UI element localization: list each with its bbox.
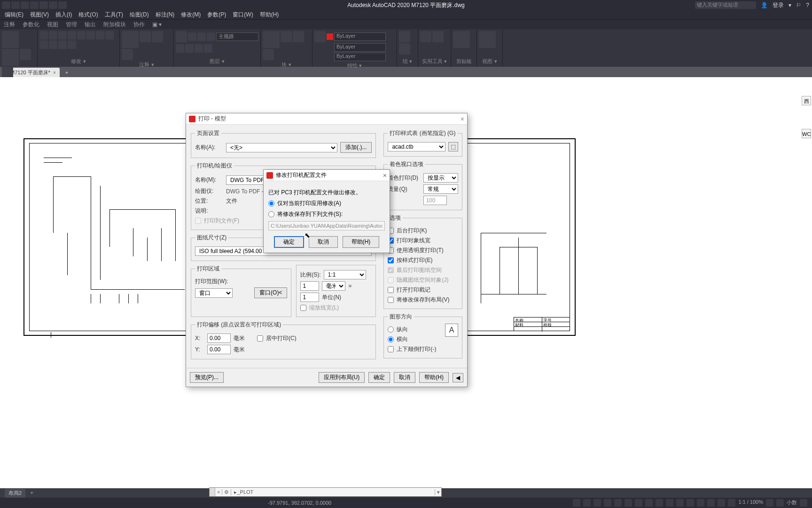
layer-lock-icon[interactable] xyxy=(207,32,215,41)
orient-upside-checkbox[interactable] xyxy=(388,346,394,352)
menu-view[interactable]: 视图(V) xyxy=(30,11,49,19)
offset-y-input[interactable] xyxy=(207,345,231,354)
login-link[interactable]: 登录 xyxy=(773,1,784,9)
model-icon[interactable] xyxy=(573,499,580,507)
attr-icon[interactable] xyxy=(263,49,274,60)
qat-new-icon[interactable] xyxy=(2,1,10,9)
cmdline-history-icon[interactable]: ⚙ xyxy=(222,489,231,495)
qat-save-icon[interactable] xyxy=(21,1,29,9)
erase-icon[interactable] xyxy=(68,40,76,49)
layer-dropdown[interactable]: 主视路 xyxy=(216,32,258,41)
add-page-setup-button[interactable]: 添加(.)... xyxy=(340,142,372,153)
new-tab-button[interactable]: + xyxy=(62,68,72,77)
opt-stamp-checkbox[interactable] xyxy=(388,287,394,293)
create-icon[interactable] xyxy=(281,31,292,42)
menu-format[interactable]: 格式(O) xyxy=(78,11,98,19)
tab-parametric[interactable]: 参数化 xyxy=(23,21,39,29)
insert-icon[interactable] xyxy=(263,31,280,48)
opt-styles-checkbox[interactable] xyxy=(388,257,394,263)
config-ok-button[interactable]: 确定 xyxy=(274,236,304,248)
trim-icon[interactable] xyxy=(58,31,67,40)
measure-icon[interactable] xyxy=(420,31,431,42)
cmdline-close-icon[interactable]: × xyxy=(215,489,222,495)
linetype-dropdown[interactable]: ByLayer xyxy=(334,53,386,61)
menu-window[interactable]: 窗口(W) xyxy=(233,11,253,19)
preview-button[interactable]: 预览(P)... xyxy=(190,372,224,383)
polar-icon[interactable] xyxy=(614,499,622,507)
orient-landscape-radio[interactable] xyxy=(388,336,394,342)
fillet-icon[interactable] xyxy=(86,31,95,40)
layout-tab[interactable]: 布局2 xyxy=(5,489,25,498)
otrack-icon[interactable] xyxy=(635,499,642,507)
menu-tools[interactable]: 工具(T) xyxy=(105,11,123,19)
base-icon[interactable] xyxy=(479,31,496,48)
scale-num1-input[interactable] xyxy=(300,281,319,291)
qat-open-icon[interactable] xyxy=(11,1,20,9)
gizmo-icon[interactable] xyxy=(707,499,715,507)
dropdown-icon[interactable]: ▾ xyxy=(789,2,791,8)
qat-redo-icon[interactable] xyxy=(58,1,67,9)
line-icon[interactable] xyxy=(2,31,19,48)
menu-help[interactable]: 帮助(H) xyxy=(260,11,279,19)
search-input[interactable]: 键入关键字或短语 xyxy=(695,1,756,9)
config-help-button[interactable]: 帮助(H) xyxy=(343,236,380,248)
tab-collab[interactable]: 协作 xyxy=(133,21,145,29)
gear-icon[interactable] xyxy=(766,499,773,507)
menu-param[interactable]: 参数(P) xyxy=(207,11,226,19)
circle-icon[interactable] xyxy=(20,49,31,60)
grid-icon[interactable] xyxy=(583,499,591,507)
plot-help-button[interactable]: 帮助(H) xyxy=(419,372,449,383)
rotate-icon[interactable] xyxy=(49,31,57,40)
cmdline-dropdown-icon[interactable]: ▾ xyxy=(435,489,441,495)
layer-bulb-icon[interactable] xyxy=(188,32,196,41)
color-swatch-icon[interactable] xyxy=(327,33,333,40)
plot-cancel-button[interactable]: 取消 xyxy=(394,372,415,383)
offset-icon[interactable] xyxy=(58,40,67,49)
plot-style-edit-button[interactable]: ⬚ xyxy=(448,142,458,151)
tab-overflow-icon[interactable]: ▣ ▾ xyxy=(152,21,162,28)
edit-icon[interactable] xyxy=(293,31,304,42)
selection-cycling-icon[interactable] xyxy=(666,499,673,507)
close-tab-icon[interactable]: × xyxy=(53,70,56,75)
plot-ok-button[interactable]: 确定 xyxy=(368,372,390,383)
new-layout-button[interactable]: + xyxy=(30,490,33,496)
viewcube-nav[interactable]: 西 xyxy=(802,96,811,105)
opt-save-layout-checkbox[interactable] xyxy=(388,297,394,303)
group-icon[interactable] xyxy=(399,31,410,42)
tab-annotate[interactable]: 注释 xyxy=(4,21,15,29)
save-to-file-radio[interactable] xyxy=(268,211,274,217)
orient-portrait-radio[interactable] xyxy=(388,326,394,333)
drag-handle-icon[interactable] xyxy=(210,488,215,496)
selection-filter-icon[interactable] xyxy=(697,499,704,507)
tab-view[interactable]: 视图 xyxy=(47,21,58,29)
select-icon[interactable] xyxy=(432,31,444,42)
page-setup-select[interactable]: <无> xyxy=(226,143,337,152)
annotation-scale-icon[interactable] xyxy=(718,499,725,507)
lineweight-dropdown[interactable]: ByLayer xyxy=(334,43,386,52)
plot-style-select[interactable]: acad.ctb xyxy=(388,142,445,151)
plot-what-select[interactable]: 窗口 xyxy=(195,288,233,298)
units-readout[interactable]: 小数 xyxy=(787,499,797,507)
scale-select[interactable]: 1:1 xyxy=(324,270,366,279)
offset-x-input[interactable] xyxy=(207,333,231,343)
tab-output[interactable]: 输出 xyxy=(85,21,96,29)
scale-icon[interactable] xyxy=(39,40,48,49)
menu-edit[interactable]: 编辑(E) xyxy=(5,11,23,19)
layer-prev-icon[interactable] xyxy=(204,44,212,53)
close-icon[interactable]: × xyxy=(461,115,464,123)
qat-undo-icon[interactable] xyxy=(49,1,57,9)
scale-num2-input[interactable] xyxy=(300,293,319,302)
dyn-ucs-icon[interactable] xyxy=(687,499,694,507)
lineweight-toggle-icon[interactable] xyxy=(645,499,653,507)
isolate-icon[interactable] xyxy=(776,499,784,507)
apply-current-radio[interactable] xyxy=(268,200,274,206)
arc-icon[interactable] xyxy=(2,67,13,78)
3dosnap-icon[interactable] xyxy=(676,499,684,507)
menu-modify[interactable]: 修改(M) xyxy=(181,11,201,19)
osnap-icon[interactable] xyxy=(625,499,632,507)
help-icon[interactable]: ? xyxy=(806,2,809,8)
layer-match-icon[interactable] xyxy=(195,44,203,53)
match-icon[interactable] xyxy=(314,31,326,42)
ortho-icon[interactable] xyxy=(604,499,611,507)
extend-icon[interactable] xyxy=(68,31,76,40)
